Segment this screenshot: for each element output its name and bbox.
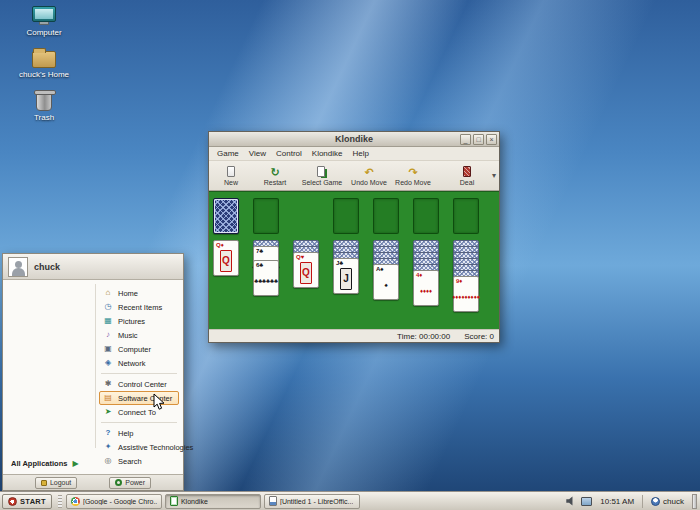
system-tray: 10:51 AM chuck xyxy=(566,494,700,509)
menu-klondike[interactable]: Klondike xyxy=(307,149,348,158)
desktop: Computer chuck's Home Trash Klondike _ □… xyxy=(0,0,700,510)
start-menu-header: chuck xyxy=(3,254,183,280)
menu-view[interactable]: View xyxy=(244,149,271,158)
power-icon xyxy=(115,479,122,486)
menu-item-connect-to[interactable]: ➤Connect To xyxy=(99,405,179,419)
all-applications-button[interactable]: All Applications ▶ xyxy=(11,459,79,468)
title-bar[interactable]: Klondike _ □ × xyxy=(209,132,499,147)
menu-game[interactable]: Game xyxy=(212,149,244,158)
start-menu: chuck ⌂Home ◷Recent Items ▦Pictures ♪Mus… xyxy=(2,253,184,491)
menu-item-help[interactable]: ?Help xyxy=(99,426,179,440)
foundation-1[interactable] xyxy=(333,198,359,234)
power-button[interactable]: Power xyxy=(109,477,151,489)
help-icon: ? xyxy=(103,428,113,438)
start-button[interactable]: START xyxy=(2,494,52,509)
desktop-icon-label: Trash xyxy=(34,114,54,123)
pictures-icon: ▦ xyxy=(103,316,113,326)
status-bar: Time: 00:00:00 Score: 0 xyxy=(209,329,499,342)
show-desktop-button[interactable] xyxy=(692,494,697,509)
menu-item-pictures[interactable]: ▦Pictures xyxy=(99,314,179,328)
user-name: chuck xyxy=(34,262,60,272)
clock[interactable]: 10:51 AM xyxy=(597,497,637,506)
computer-icon xyxy=(32,6,56,26)
user-icon xyxy=(651,497,660,506)
desktop-icon-trash[interactable]: Trash xyxy=(16,90,72,123)
user-switcher[interactable]: chuck xyxy=(648,497,687,506)
start-menu-items: ⌂Home ◷Recent Items ▦Pictures ♪Music ▣Co… xyxy=(99,286,179,468)
menu-item-recent-items[interactable]: ◷Recent Items xyxy=(99,300,179,314)
minimize-button[interactable]: _ xyxy=(460,134,471,145)
menu-item-computer[interactable]: ▣Computer xyxy=(99,342,179,356)
deal-button[interactable]: Deal xyxy=(445,161,489,190)
undo-icon: ↶ xyxy=(364,166,373,178)
card-queen-of-diamonds[interactable]: Q♦ Q xyxy=(213,240,239,276)
desktop-icon-label: chuck's Home xyxy=(19,71,69,80)
music-icon: ♪ xyxy=(103,330,113,340)
stock-pile[interactable] xyxy=(213,198,239,234)
waste-pile[interactable] xyxy=(253,198,279,234)
menu-item-network[interactable]: ◈Network xyxy=(99,356,179,370)
desktop-icon-home[interactable]: chuck's Home xyxy=(16,48,72,80)
volume-icon[interactable] xyxy=(566,496,576,506)
card-queen-of-hearts[interactable]: Q♥ Q xyxy=(293,252,319,288)
taskbar-window-libreoffice[interactable]: [Untitled 1 - LibreOffic... xyxy=(264,494,360,509)
desktop-icon-label: Computer xyxy=(26,29,61,38)
tray-separator xyxy=(642,495,643,508)
menu-item-control-center[interactable]: ✱Control Center xyxy=(99,377,179,391)
recent-items-icon: ◷ xyxy=(103,302,113,312)
card-six-of-clubs[interactable]: 6♣ ♣♣♣♣♣♣ xyxy=(253,260,279,296)
redo-icon: ↷ xyxy=(408,166,417,178)
restart-icon: ↻ xyxy=(270,166,279,178)
computer-icon: ▣ xyxy=(103,344,113,354)
maximize-button[interactable]: □ xyxy=(473,134,484,145)
start-menu-body: ⌂Home ◷Recent Items ▦Pictures ♪Music ▣Co… xyxy=(3,280,183,474)
foundation-4[interactable] xyxy=(453,198,479,234)
card-four-of-diamonds[interactable]: 4♦ ♦♦♦♦ xyxy=(413,270,439,306)
redo-move-button[interactable]: ↷ Redo Move xyxy=(391,161,435,190)
klondike-window: Klondike _ □ × Game View Control Klondik… xyxy=(208,131,500,343)
menu-item-search[interactable]: ◎Search xyxy=(99,454,179,468)
user-avatar xyxy=(8,257,28,277)
menu-item-home[interactable]: ⌂Home xyxy=(99,286,179,300)
new-game-icon xyxy=(227,166,235,177)
software-center-icon: ▤ xyxy=(103,393,113,403)
undo-move-button[interactable]: ↶ Undo Move xyxy=(347,161,391,190)
menu-help[interactable]: Help xyxy=(347,149,373,158)
menu-separator xyxy=(101,373,177,374)
menu-item-software-center[interactable]: ▤Software Center xyxy=(99,391,179,405)
start-menu-footer: Logout Power xyxy=(3,474,183,490)
taskbar: START [Google - Google Chro... Klondike … xyxy=(0,491,700,510)
foundation-2[interactable] xyxy=(373,198,399,234)
select-game-icon xyxy=(317,166,325,177)
close-button[interactable]: × xyxy=(486,134,497,145)
deal-icon xyxy=(463,166,471,177)
taskbar-handle[interactable] xyxy=(58,495,62,508)
control-center-icon: ✱ xyxy=(103,379,113,389)
select-game-button[interactable]: Select Game xyxy=(297,161,347,190)
menu-item-music[interactable]: ♪Music xyxy=(99,328,179,342)
menu-bar: Game View Control Klondike Help xyxy=(209,147,499,161)
search-icon: ◎ xyxy=(103,456,113,466)
libreoffice-icon xyxy=(269,496,277,506)
card-jack-of-clubs[interactable]: J♣ J xyxy=(333,258,359,294)
assistive-technologies-icon: ✦ xyxy=(103,442,113,452)
foundation-3[interactable] xyxy=(413,198,439,234)
card-ace-of-spades[interactable]: A♠ ♠ xyxy=(373,264,399,300)
connect-to-icon: ➤ xyxy=(103,407,113,417)
taskbar-window-chrome[interactable]: [Google - Google Chro... xyxy=(66,494,162,509)
taskbar-window-klondike[interactable]: Klondike xyxy=(165,494,261,509)
logout-icon xyxy=(41,480,47,486)
logout-button[interactable]: Logout xyxy=(35,477,77,489)
menu-item-assistive-technologies[interactable]: ✦Assistive Technologies xyxy=(99,440,179,454)
toolbar-overflow-icon[interactable]: ▾ xyxy=(492,171,496,180)
menu-control[interactable]: Control xyxy=(271,149,307,158)
restart-button[interactable]: ↻ Restart xyxy=(253,161,297,190)
display-icon[interactable] xyxy=(581,497,592,506)
game-table: Q♦ Q 7♣ ♣♣♣♣♣♣♣ 6♣ ♣♣♣♣♣♣ xyxy=(209,191,499,329)
desktop-icon-computer[interactable]: Computer xyxy=(16,6,72,38)
new-button[interactable]: New xyxy=(209,161,253,190)
expand-arrow-icon: ▶ xyxy=(72,459,78,468)
toolbar: New ↻ Restart Select Game ↶ Undo Move ↷ … xyxy=(209,161,499,191)
network-icon: ◈ xyxy=(103,358,113,368)
card-nine-of-diamonds[interactable]: 9♦ ♦♦♦♦♦♦♦♦♦ xyxy=(453,276,479,312)
